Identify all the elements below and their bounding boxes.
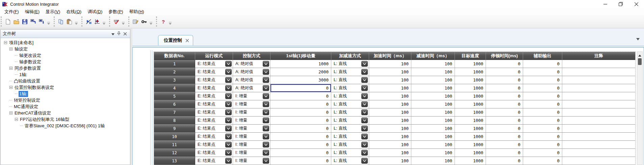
cell-comment[interactable] [562, 133, 635, 141]
cell-target_speed[interactable]: 1000 [455, 84, 486, 92]
cell-no[interactable]: 3 [154, 76, 195, 84]
positioning-button[interactable] [93, 18, 101, 26]
tree-item[interactable]: 同步参数设置 [1, 65, 130, 71]
cell-accel_time[interactable]: 100 [369, 133, 411, 141]
tree-item[interactable]: 凸轮曲线设置 [1, 78, 130, 84]
cell-dwell_time[interactable]: 0 [486, 100, 523, 108]
cell-no[interactable]: 4 [154, 84, 195, 92]
toolbar-overflow-button[interactable] [122, 17, 125, 26]
cell-control_mode[interactable]: I: 增量 [233, 157, 271, 165]
dropdown-button[interactable] [361, 85, 368, 91]
cell-target_speed[interactable]: 1000 [455, 149, 486, 157]
cell-dwell_time[interactable]: 0 [486, 108, 523, 117]
dropdown-button[interactable] [263, 85, 269, 91]
cell-accel_type[interactable]: L: 直线 [331, 141, 369, 149]
cell-decel_time[interactable]: 100 [411, 100, 455, 108]
cell-accel_time[interactable]: 100 [369, 68, 411, 76]
cell-movement[interactable]: 0 [271, 117, 331, 125]
cell-comment[interactable] [562, 76, 635, 84]
cell-decel_time[interactable]: 100 [411, 108, 455, 117]
cell-comment[interactable] [562, 100, 635, 108]
cell-accel_type[interactable]: L: 直线 [331, 117, 369, 125]
cell-accel_time[interactable]: 100 [369, 125, 411, 133]
cell-movement[interactable]: 0 [271, 125, 331, 133]
cell-aux_output[interactable]: 0 [523, 84, 562, 92]
restore-button[interactable] [613, 0, 628, 8]
dropdown-button[interactable] [263, 109, 269, 115]
cell-decel_time[interactable]: 100 [411, 117, 455, 125]
dropdown-button[interactable] [361, 61, 368, 67]
cell-movement[interactable]: 0 [271, 141, 331, 149]
tree-item[interactable]: 1轴: [1, 91, 130, 97]
cell-decel_time[interactable]: 100 [411, 76, 455, 84]
cell-decel_time[interactable]: 100 [411, 141, 455, 149]
cell-aux_output[interactable]: 0 [523, 76, 562, 84]
cell-no[interactable]: 10 [154, 133, 195, 141]
cell-aux_output[interactable]: 0 [523, 108, 562, 117]
cell-accel_time[interactable]: 100 [369, 108, 411, 117]
cell-target_speed[interactable]: 1000 [455, 141, 486, 149]
cell-accel_type[interactable]: L: 直线 [331, 100, 369, 108]
cell-no[interactable]: 12 [154, 149, 195, 157]
tree-item[interactable]: MC通用设定 [1, 103, 130, 110]
cell-accel_time[interactable]: 100 [369, 60, 411, 68]
cell-aux_output[interactable]: 0 [523, 149, 562, 157]
cell-comment[interactable] [562, 149, 635, 157]
cell-target_speed[interactable]: 1000 [455, 68, 486, 76]
cell-aux_output[interactable]: 0 [523, 68, 562, 76]
tree-expander-collapse[interactable] [9, 111, 12, 114]
cell-run_mode[interactable]: E: 结束点 [195, 157, 233, 165]
cell-control_mode[interactable]: A: 绝对值 [233, 68, 271, 76]
cell-accel_time[interactable]: 100 [369, 117, 411, 125]
cell-accel_type[interactable]: L: 直线 [331, 84, 369, 92]
cell-no[interactable]: 9 [154, 125, 195, 133]
dropdown-button[interactable] [263, 126, 269, 131]
cell-control_mode[interactable]: I: 增量 [233, 108, 271, 117]
cell-target_speed[interactable]: 1000 [455, 76, 486, 84]
cell-run_mode[interactable]: E: 结束点 [195, 133, 233, 141]
cell-control_mode[interactable]: I: 增量 [233, 117, 271, 125]
dropdown-button[interactable] [263, 77, 269, 83]
cell-control_mode[interactable]: I: 增量 [233, 141, 271, 149]
dropdown-button[interactable] [361, 126, 368, 131]
cell-run_mode[interactable]: E: 结束点 [195, 92, 233, 100]
minimize-button[interactable] [597, 0, 613, 8]
panel-pin-button[interactable] [116, 31, 122, 37]
cell-control_mode[interactable]: I: 增量 [233, 100, 271, 108]
cell-movement[interactable]: 3000 [271, 76, 331, 84]
dropdown-button[interactable] [225, 85, 232, 91]
cell-control_mode[interactable]: A: 绝对值 [233, 60, 271, 68]
cell-aux_output[interactable]: 0 [523, 141, 562, 149]
cell-comment[interactable] [562, 92, 635, 100]
cell-accel_time[interactable]: 100 [369, 100, 411, 108]
cell-aux_output[interactable]: 0 [523, 100, 562, 108]
tree-expander-collapse[interactable] [15, 118, 18, 121]
open-file-button[interactable] [12, 18, 21, 26]
new-file-button[interactable] [4, 18, 12, 26]
tree-item[interactable]: 1轴: [1, 71, 130, 78]
cell-dwell_time[interactable]: 0 [486, 92, 523, 100]
dropdown-button[interactable] [361, 142, 368, 147]
cell-aux_output[interactable]: 0 [523, 60, 562, 68]
dropdown-button[interactable] [263, 158, 269, 164]
cell-run_mode[interactable]: E: 结束点 [195, 100, 233, 108]
cell-accel_type[interactable]: L: 直线 [331, 92, 369, 100]
cell-target_speed[interactable]: 1000 [455, 125, 486, 133]
cell-decel_time[interactable]: 100 [411, 133, 455, 141]
cell-no[interactable]: 8 [154, 117, 195, 125]
cell-movement[interactable]: 0 [271, 149, 331, 157]
cell-target_speed[interactable]: 1000 [455, 117, 486, 125]
dropdown-button[interactable] [361, 158, 368, 164]
upload-from-unit-button[interactable] [29, 18, 37, 26]
cell-control_mode[interactable]: A: 绝对值 [233, 84, 271, 92]
dropdown-button[interactable] [225, 109, 232, 115]
save-button[interactable] [21, 18, 29, 26]
menu-p[interactable]: 参数(P) [105, 8, 126, 15]
cell-comment[interactable] [562, 108, 635, 117]
cell-aux_output[interactable]: 0 [523, 133, 562, 141]
tree-expander-collapse[interactable] [9, 67, 12, 70]
panel-menu-button[interactable] [110, 31, 116, 37]
dropdown-button[interactable] [361, 77, 368, 83]
cell-decel_time[interactable]: 100 [411, 92, 455, 100]
scrollbar-thumb[interactable] [638, 58, 642, 65]
